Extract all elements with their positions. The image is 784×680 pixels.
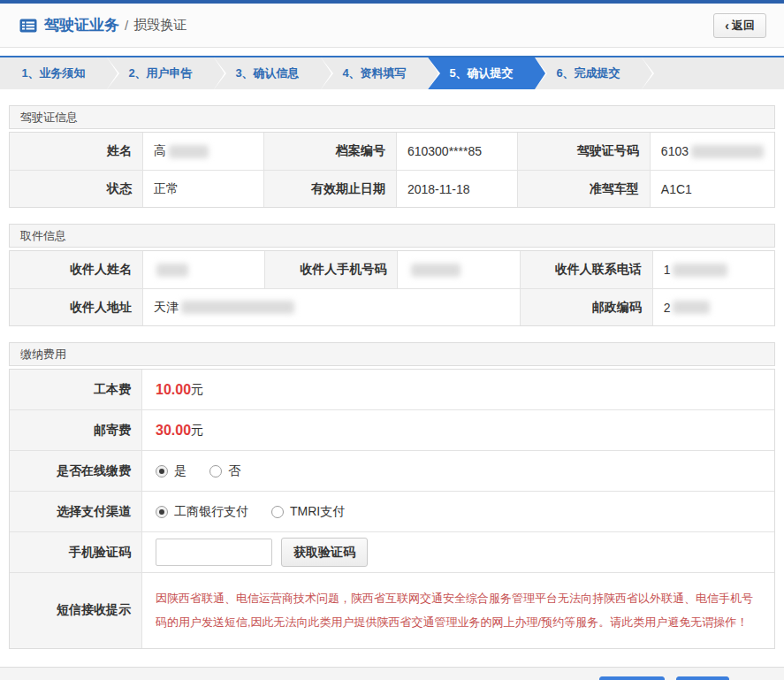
field-label: 收件人地址	[10, 288, 142, 325]
page-title: 驾驶证业务	[44, 15, 119, 35]
field-value-text: 1	[664, 263, 671, 277]
radio-unchecked-icon	[271, 506, 284, 518]
field-label: 有效期止日期	[263, 170, 396, 207]
postage-fee-value: 30.00元	[142, 410, 774, 450]
field-value: 610300****85	[396, 133, 517, 170]
field-value-text: A1C1	[661, 182, 692, 196]
field-value	[142, 251, 264, 288]
license-section-title: 驾驶证信息	[9, 105, 775, 129]
back-button-label: 返回	[732, 18, 755, 34]
field-value-text: 天津	[154, 300, 179, 316]
step-navigation: 1、业务须知2、用户申告3、确认信息4、资料填写5、确认提交6、完成提交	[0, 56, 784, 89]
online-pay-label: 是否在线缴费	[10, 451, 142, 491]
field-value: 1	[652, 251, 774, 288]
license-info-table: 姓名高档案编号610300****85驾驶证号码6103状态正常有效期止日期20…	[9, 132, 775, 208]
field-value: 高	[142, 133, 263, 170]
step-1[interactable]: 1、业务须知	[0, 57, 107, 89]
footer-action-bar: 上一步 完成	[0, 667, 784, 680]
production-fee-amount: 10.00	[156, 382, 191, 398]
redacted-blur	[181, 301, 294, 314]
page-header: 驾驶证业务 / 损毁换证 ‹ 返回	[0, 4, 784, 48]
pay-channel-row: 选择支付渠道 工商银行支付TMRI支付	[10, 491, 774, 531]
field-value	[397, 251, 519, 288]
step-label: 1、业务须知	[21, 66, 85, 80]
field-label: 档案编号	[263, 133, 396, 170]
field-value: 2	[652, 288, 774, 325]
radio-option-label: 否	[228, 463, 240, 479]
sms-notice-text: 因陕西省联通、电信运营商技术问题，陕西省互联网交通安全综合服务管理平台无法向持陕…	[156, 578, 761, 643]
field-value: 正常	[142, 170, 263, 207]
finish-button[interactable]: 完成	[676, 676, 729, 680]
radio-option-label: 是	[174, 463, 186, 479]
field-value-text: 2	[664, 301, 671, 315]
field-value-text: 2018-11-18	[407, 182, 470, 196]
field-value-text: 正常	[154, 181, 179, 197]
pay-channel-option-2[interactable]: TMRI支付	[271, 504, 345, 520]
postage-fee-unit: 元	[191, 423, 203, 439]
field-label: 姓名	[10, 133, 142, 170]
step-2[interactable]: 2、用户申告	[107, 57, 214, 89]
radio-unchecked-icon	[209, 465, 222, 478]
field-value-text: 高	[154, 143, 166, 159]
redacted-blur	[673, 301, 710, 314]
sms-notice-row: 短信接收提示 因陕西省联通、电信运营商技术问题，陕西省互联网交通安全综合服务管理…	[10, 572, 774, 648]
main-content: 驾驶证信息 姓名高档案编号610300****85驾驶证号码6103状态正常有效…	[0, 105, 784, 649]
redacted-blur	[691, 145, 764, 158]
step-label: 6、完成提交	[556, 66, 620, 80]
payment-section-title: 缴纳费用	[9, 342, 775, 366]
sms-code-input[interactable]	[156, 539, 272, 566]
field-value-text: 6103	[661, 144, 689, 158]
online-pay-radio-group: 是否	[142, 451, 774, 491]
field-value: 天津	[142, 288, 520, 325]
payment-table: 工本费 10.00元 邮寄费 30.00元 是否在线缴费 是否 选择支付渠道 工…	[9, 369, 775, 649]
pay-channel-option-1[interactable]: 工商银行支付	[156, 504, 248, 520]
step-6[interactable]: 6、完成提交	[535, 57, 642, 89]
breadcrumb-current: 损毁换证	[133, 17, 186, 34]
production-fee-label: 工本费	[10, 370, 142, 409]
online-pay-option-1[interactable]: 是	[156, 463, 186, 479]
redacted-blur	[411, 264, 461, 277]
back-button[interactable]: ‹ 返回	[713, 13, 766, 38]
field-value: 6103	[650, 133, 774, 170]
field-label: 驾驶证号码	[517, 133, 650, 170]
step-label: 4、资料填写	[342, 66, 406, 80]
sms-notice-label: 短信接收提示	[10, 573, 142, 648]
get-code-button[interactable]: 获取验证码	[281, 538, 368, 567]
redacted-blur	[156, 264, 188, 277]
pickup-section-title: 取件信息	[9, 224, 775, 248]
breadcrumb-separator: /	[125, 18, 128, 33]
chevron-left-icon: ‹	[725, 19, 729, 32]
payment-section: 缴纳费用 工本费 10.00元 邮寄费 30.00元 是否在线缴费 是否 选择支…	[9, 342, 775, 649]
sms-code-row: 手机验证码 获取验证码	[10, 531, 774, 572]
online-pay-row: 是否在线缴费 是否	[10, 450, 774, 491]
field-label: 准驾车型	[517, 170, 650, 207]
field-label: 状态	[10, 170, 142, 207]
license-info-section: 驾驶证信息 姓名高档案编号610300****85驾驶证号码6103状态正常有效…	[9, 105, 775, 208]
production-fee-unit: 元	[191, 382, 203, 398]
step-label: 2、用户申告	[128, 66, 192, 80]
radio-checked-icon	[156, 465, 168, 478]
field-label: 收件人姓名	[10, 251, 142, 288]
list-icon	[19, 19, 37, 33]
sms-code-label: 手机验证码	[10, 532, 142, 572]
fee-row-postage: 邮寄费 30.00元	[10, 409, 774, 450]
redacted-blur	[169, 145, 209, 158]
step-5-active[interactable]: 5、确认提交	[428, 57, 535, 89]
radio-option-label: TMRI支付	[290, 504, 345, 520]
postage-fee-label: 邮寄费	[10, 410, 142, 450]
step-3[interactable]: 3、确认信息	[214, 57, 321, 89]
step-label: 5、确认提交	[449, 66, 513, 80]
production-fee-value: 10.00元	[142, 370, 774, 409]
pickup-info-table: 收件人姓名收件人手机号码收件人联系电话1收件人地址天津邮政编码2	[9, 250, 775, 326]
redacted-blur	[673, 264, 727, 277]
previous-step-button[interactable]: 上一步	[599, 676, 665, 680]
pay-channel-radio-group: 工商银行支付TMRI支付	[142, 492, 774, 531]
pickup-info-section: 取件信息 收件人姓名收件人手机号码收件人联系电话1收件人地址天津邮政编码2	[9, 224, 775, 326]
fee-row-production: 工本费 10.00元	[10, 370, 774, 409]
postage-fee-amount: 30.00	[156, 423, 191, 439]
pay-channel-label: 选择支付渠道	[10, 492, 142, 531]
sms-code-controls: 获取验证码	[142, 532, 774, 572]
online-pay-option-2[interactable]: 否	[209, 463, 240, 479]
step-4[interactable]: 4、资料填写	[321, 57, 428, 89]
step-label: 3、确认信息	[235, 66, 299, 80]
